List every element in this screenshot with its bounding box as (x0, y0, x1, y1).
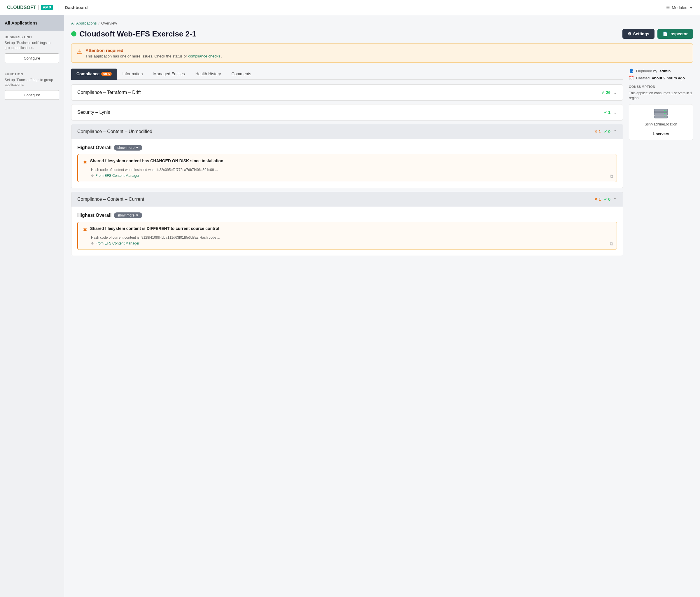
alert-title: Attention required (85, 48, 222, 53)
deployed-by-row: 👤 Deployed by admin (629, 69, 693, 73)
content-unmodified-title: Compliance – Content – Unmodified (77, 129, 152, 134)
function-configure-button[interactable]: Configure (5, 90, 59, 100)
server-card: SshMachineLocation 1 servers (629, 104, 693, 141)
source-settings-icon: ⚙ (91, 174, 94, 178)
settings-button[interactable]: ⚙ Settings (622, 29, 654, 39)
consumption-desc-pre: This application consumes (629, 91, 671, 95)
logo-amp-text: AMP (41, 5, 53, 10)
server-icon (633, 109, 689, 120)
expand-icon[interactable]: ⧉ (610, 174, 613, 179)
business-unit-title: BUSINESS UNIT (5, 35, 59, 39)
nav-dashboard-label: Dashboard (65, 5, 88, 10)
tab-information-label: Information (122, 71, 143, 76)
tab-information[interactable]: Information (117, 69, 148, 80)
nav-divider: | (58, 4, 59, 11)
compliance-section-content-unmodified: Compliance – Content – Unmodified ✕1 ✓0 … (71, 124, 623, 188)
modules-menu[interactable]: ☰ Modules ▼ (666, 5, 693, 10)
content-current-check-count: ✓0 (604, 197, 610, 201)
content-current-issue-card: ✖ Shared filesystem content is DIFFERENT… (77, 222, 617, 250)
tab-comments[interactable]: Comments (226, 69, 257, 80)
issue-title: Shared filesystem content has CHANGED ON… (90, 159, 223, 163)
content-current-counts: ✕1 ✓0 ⌃ (594, 197, 617, 201)
terraform-drift-check-count: ✓ 26 (601, 90, 610, 95)
expand-icon-2[interactable]: ⧉ (610, 241, 613, 246)
svg-point-2 (664, 110, 665, 111)
inspector-external-link-icon: 📄 (662, 31, 668, 36)
tab-compliance[interactable]: Compliance 90% (71, 69, 117, 80)
content-area: All Applications / Overview Cloudsoft We… (64, 15, 700, 265)
function-desc: Set up "Function" tags to group applicat… (5, 78, 59, 88)
server-count: 1 servers (633, 129, 689, 136)
page-header: Cloudsoft Web-EFS Exercise 2-1 ⚙ Setting… (71, 29, 693, 39)
compliance-checks-link[interactable]: compliance checks (188, 54, 220, 58)
business-unit-desc: Set up "Business unit" tags to group app… (5, 41, 59, 50)
content-current-show-more-button[interactable]: show more ▼ (114, 212, 142, 218)
consumption-title: CONSUMPTION (629, 85, 693, 89)
server-svg-icon (654, 109, 668, 119)
issue-card-header-2: ✖ Shared filesystem content is DIFFERENT… (83, 226, 612, 233)
content-current-title: Compliance – Content – Current (77, 197, 144, 202)
alert-body-text: This application has one or more issues.… (85, 54, 188, 58)
settings-gear-icon: ⚙ (628, 31, 631, 36)
compliance-row-security-lynis[interactable]: Security – Lynis ✓ 1 ⌄ (71, 104, 623, 120)
sidebar-item-all-applications[interactable]: All Applications (0, 15, 64, 31)
logo-cloudsoft-text: CLOUDSOFT (7, 5, 36, 10)
consumption-desc-mid: servers in (673, 91, 690, 95)
consumption-desc-post: region (629, 96, 639, 100)
svg-point-5 (664, 113, 665, 114)
modules-label: Modules (672, 5, 687, 10)
content-current-highest-label: Highest Overall show more ▼ (77, 212, 617, 218)
business-unit-configure-button[interactable]: Configure (5, 53, 59, 63)
header-actions: ⚙ Settings 📄 Inspector (622, 29, 693, 39)
logo-pipe: | (38, 4, 40, 10)
sidebar-function-section: FUNCTION Set up "Function" tags to group… (0, 68, 64, 100)
breadcrumb-current: Overview (101, 21, 117, 25)
page-title-row: Cloudsoft Web-EFS Exercise 2-1 (71, 29, 196, 39)
compliance-section-security-lynis: Security – Lynis ✓ 1 ⌄ (71, 104, 623, 120)
page-title: Cloudsoft Web-EFS Exercise 2-1 (79, 29, 196, 39)
tab-health-history-label: Health History (195, 71, 221, 76)
breadcrumb-separator: / (98, 21, 99, 25)
compliance-row-terraform-drift[interactable]: Compliance – Terraform – Drift ✓ 26 ⌄ (71, 84, 623, 101)
issue-source-link[interactable]: From EFS Content Manager (95, 174, 140, 178)
alert-banner: ⚠ Attention required This application ha… (71, 44, 693, 63)
issue-source-link-2[interactable]: From EFS Content Manager (95, 241, 140, 245)
tabs: Compliance 90% Information Managed Entit… (71, 69, 623, 80)
server-name: SshMachineLocation (633, 122, 689, 127)
content-current-header[interactable]: Compliance – Content – Current ✕1 ✓0 ⌃ (72, 192, 623, 207)
svg-point-1 (666, 110, 667, 111)
svg-point-8 (664, 116, 665, 117)
sidebar: All Applications BUSINESS UNIT Set up "B… (0, 15, 64, 597)
content-unmodified-highest-label: Highest Overall show more ▼ (77, 145, 617, 150)
created-time: about 2 hours ago (652, 76, 685, 80)
issue-hash-2: Hash code of current content is: 9128f41… (83, 236, 612, 240)
source-settings-icon-2: ⚙ (91, 242, 94, 245)
content-unmodified-show-more-button[interactable]: show more ▼ (114, 145, 142, 150)
tab-managed-entities[interactable]: Managed Entities (148, 69, 190, 80)
content-current-chevron-icon: ⌃ (614, 197, 617, 201)
calendar-icon: 📅 (629, 76, 634, 80)
tab-comments-label: Comments (231, 71, 251, 76)
alert-body-after: . (221, 54, 222, 58)
breadcrumb-link-all-applications[interactable]: All Applications (71, 21, 97, 25)
highest-overall-text-2: Highest Overall (77, 213, 111, 218)
right-meta: 👤 Deployed by admin 📅 Created about 2 ho… (629, 69, 693, 80)
issue-title-2: Shared filesystem content is DIFFERENT t… (90, 226, 219, 231)
tab-managed-entities-label: Managed Entities (153, 71, 184, 76)
topnav-left: CLOUDSOFT | AMP | Dashboard (7, 4, 88, 11)
inspector-label: Inspector (669, 31, 688, 36)
main-content: All Applications / Overview Cloudsoft We… (64, 15, 700, 597)
inspector-button[interactable]: 📄 Inspector (657, 29, 693, 39)
svg-point-7 (666, 116, 667, 117)
issue-card-header: ✖ Shared filesystem content has CHANGED … (83, 159, 612, 165)
security-lynis-title: Security – Lynis (77, 110, 110, 115)
content-unmodified-check-count: ✓0 (604, 129, 610, 134)
terraform-drift-right: ✓ 26 ⌄ (601, 90, 617, 95)
main-layout: All Applications BUSINESS UNIT Set up "B… (0, 15, 700, 597)
tab-health-history[interactable]: Health History (190, 69, 226, 80)
content-unmodified-header[interactable]: Compliance – Content – Unmodified ✕1 ✓0 … (72, 124, 623, 139)
app-status-indicator (71, 31, 76, 37)
alert-body: This application has one or more issues.… (85, 54, 222, 58)
tab-compliance-label: Compliance (76, 71, 99, 76)
issue-error-icon-2: ✖ (83, 227, 87, 233)
